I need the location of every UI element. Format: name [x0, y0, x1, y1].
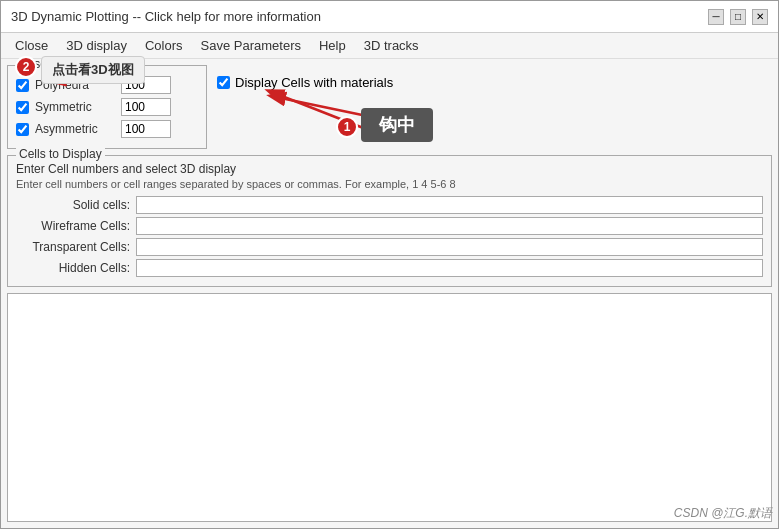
asymmetric-checkbox[interactable]: [16, 123, 29, 136]
hidden-cells-label: Hidden Cells:: [16, 261, 136, 275]
display-cells-materials-label: Display Cells with materials: [235, 75, 393, 90]
symmetric-input[interactable]: [121, 98, 171, 116]
wireframe-cells-label: Wireframe Cells:: [16, 219, 136, 233]
top-section: Resolutio Polyhedra Symmetric Asymmetric: [7, 65, 772, 149]
menu-3d-tracks[interactable]: 3D tracks: [356, 36, 427, 55]
display-cells-materials-checkbox[interactable]: [217, 76, 230, 89]
instruction1: Enter Cell numbers and select 3D display: [16, 162, 763, 176]
right-options: Display Cells with materials: [217, 65, 393, 149]
hidden-cells-row: Hidden Cells:: [16, 259, 763, 277]
close-button[interactable]: ✕: [752, 9, 768, 25]
minimize-button[interactable]: ─: [708, 9, 724, 25]
menu-close[interactable]: Close: [7, 36, 56, 55]
asymmetric-row: Asymmetric: [16, 120, 198, 138]
asymmetric-input[interactable]: [121, 120, 171, 138]
resolution-legend: Resolutio: [16, 59, 72, 71]
display-cells-materials-row: Display Cells with materials: [217, 75, 393, 90]
maximize-button[interactable]: □: [730, 9, 746, 25]
wireframe-cells-row: Wireframe Cells:: [16, 217, 763, 235]
transparent-cells-input[interactable]: [136, 238, 763, 256]
transparent-cells-row: Transparent Cells:: [16, 238, 763, 256]
window-controls: ─ □ ✕: [708, 9, 768, 25]
bottom-area: [7, 293, 772, 522]
menu-help[interactable]: Help: [311, 36, 354, 55]
menu-bar: Close 3D display Colors Save Parameters …: [1, 33, 778, 59]
solid-cells-input[interactable]: [136, 196, 763, 214]
polyhedra-checkbox[interactable]: [16, 79, 29, 92]
solid-cells-label: Solid cells:: [16, 198, 136, 212]
symmetric-checkbox[interactable]: [16, 101, 29, 114]
polyhedra-input[interactable]: [121, 76, 171, 94]
resolution-group: Resolutio Polyhedra Symmetric Asymmetric: [7, 65, 207, 149]
main-content: Resolutio Polyhedra Symmetric Asymmetric: [1, 59, 778, 528]
solid-cells-row: Solid cells:: [16, 196, 763, 214]
hidden-cells-input[interactable]: [136, 259, 763, 277]
wireframe-cells-input[interactable]: [136, 217, 763, 235]
menu-save-parameters[interactable]: Save Parameters: [193, 36, 309, 55]
menu-colors[interactable]: Colors: [137, 36, 191, 55]
symmetric-label: Symmetric: [35, 100, 115, 114]
instruction2: Enter cell numbers or cell ranges separa…: [16, 178, 763, 190]
transparent-cells-label: Transparent Cells:: [16, 240, 136, 254]
symmetric-row: Symmetric: [16, 98, 198, 116]
cells-legend: Cells to Display: [16, 147, 105, 161]
polyhedra-label: Polyhedra: [35, 78, 115, 92]
window-title: 3D Dynamic Plotting -- Click help for mo…: [11, 9, 321, 24]
asymmetric-label: Asymmetric: [35, 122, 115, 136]
title-bar: 3D Dynamic Plotting -- Click help for mo…: [1, 1, 778, 33]
menu-3d-display[interactable]: 3D display: [58, 36, 135, 55]
cells-to-display-group: Cells to Display Enter Cell numbers and …: [7, 155, 772, 287]
polyhedra-row: Polyhedra: [16, 76, 198, 94]
